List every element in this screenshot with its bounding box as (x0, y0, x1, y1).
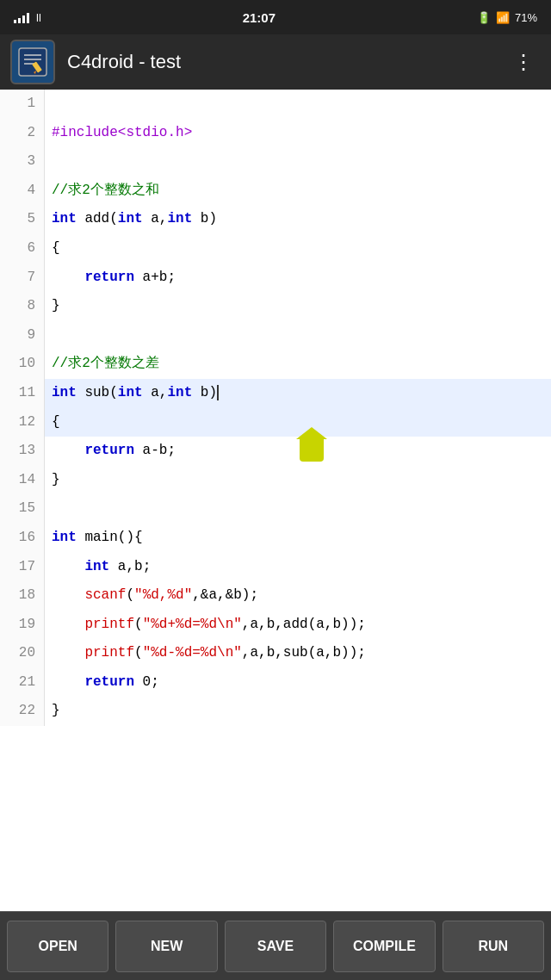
code-line-5: 5int add(int a,int b) (0, 205, 551, 234)
line-number: 20 (0, 639, 45, 668)
code-line-12: 12{ (0, 408, 551, 437)
line-code[interactable]: //求2个整数之和 (45, 177, 551, 206)
line-code[interactable] (45, 494, 551, 524)
status-right: 🔋 📶 71% (477, 11, 537, 24)
code-line-17: 17 int a,b; (0, 553, 551, 582)
line-number: 3 (0, 147, 45, 177)
line-number: 15 (0, 494, 45, 524)
line-number: 16 (0, 524, 45, 553)
code-lines: 1 2#include<stdio.h>3 4//求2个整数之和5int add… (0, 90, 551, 726)
line-code[interactable]: printf("%d+%d=%d\n",a,b,add(a,b)); (45, 611, 551, 640)
line-code[interactable]: int add(int a,int b) (45, 205, 551, 234)
line-code[interactable]: } (45, 466, 551, 495)
line-code[interactable]: //求2个整数之差 (45, 350, 551, 379)
line-number: 6 (0, 234, 45, 264)
bottom-btn-open[interactable]: OPEN (7, 921, 108, 972)
code-line-2: 2#include<stdio.h> (0, 119, 551, 148)
code-line-3: 3 (0, 147, 551, 177)
code-line-8: 8} (0, 292, 551, 321)
code-line-6: 6{ (0, 234, 551, 264)
code-line-10: 10//求2个整数之差 (0, 350, 551, 379)
line-code[interactable]: int sub(int a,int b) (45, 379, 551, 408)
bottom-btn-new[interactable]: NEW (115, 921, 217, 972)
line-number: 10 (0, 350, 45, 379)
line-code[interactable]: int main(){ (45, 524, 551, 553)
code-line-1: 1 (0, 90, 551, 119)
line-number: 17 (0, 553, 45, 582)
line-code[interactable] (45, 90, 551, 119)
code-line-22: 22} (0, 697, 551, 726)
line-number: 11 (0, 379, 45, 408)
line-number: 21 (0, 668, 45, 698)
code-editor[interactable]: 1 2#include<stdio.h>3 4//求2个整数之和5int add… (0, 90, 551, 911)
code-line-16: 16int main(){ (0, 524, 551, 553)
line-code[interactable]: printf("%d-%d=%d\n",a,b,sub(a,b)); (45, 639, 551, 668)
app-toolbar: C4droid - test ⋮ (0, 34, 551, 90)
line-number: 13 (0, 437, 45, 466)
line-number: 12 (0, 408, 45, 437)
status-time: 21:07 (243, 10, 276, 25)
code-line-21: 21 return 0; (0, 668, 551, 698)
svg-rect-0 (19, 48, 46, 76)
line-code[interactable]: { (45, 234, 551, 264)
menu-button[interactable]: ⋮ (506, 43, 541, 82)
code-line-14: 14} (0, 466, 551, 495)
code-line-18: 18 scanf("%d,%d",&a,&b); (0, 581, 551, 611)
line-number: 2 (0, 119, 45, 148)
wifi-icon: 📶 (496, 11, 510, 24)
code-line-4: 4//求2个整数之和 (0, 177, 551, 206)
battery-percent: 71% (515, 11, 537, 24)
code-line-9: 9 (0, 321, 551, 350)
app-title: C4droid - test (67, 51, 506, 73)
code-line-13: 13 return a-b; (0, 437, 551, 466)
line-code[interactable]: } (45, 697, 551, 726)
line-code[interactable]: scanf("%d,%d",&a,&b); (45, 581, 551, 611)
line-code[interactable] (45, 321, 551, 350)
line-code[interactable] (45, 147, 551, 177)
line-number: 9 (0, 321, 45, 350)
autocomplete-popup[interactable] (296, 427, 327, 462)
line-code[interactable]: int a,b; (45, 553, 551, 582)
line-number: 18 (0, 581, 45, 611)
line-code[interactable]: } (45, 292, 551, 321)
app-icon (10, 40, 55, 84)
line-number: 4 (0, 177, 45, 206)
line-code[interactable]: { (45, 408, 551, 437)
battery-icon: 🔋 (477, 11, 491, 24)
network-label: ll (36, 11, 41, 24)
line-number: 14 (0, 466, 45, 495)
status-bar: ll 21:07 🔋 📶 71% (0, 0, 551, 34)
line-code[interactable]: #include<stdio.h> (45, 119, 551, 148)
line-number: 22 (0, 697, 45, 726)
line-number: 19 (0, 611, 45, 640)
bottom-btn-compile[interactable]: COMPILE (333, 921, 435, 972)
line-number: 8 (0, 292, 45, 321)
status-left: ll (14, 11, 41, 24)
code-line-19: 19 printf("%d+%d=%d\n",a,b,add(a,b)); (0, 611, 551, 640)
line-number: 7 (0, 264, 45, 293)
line-code[interactable]: return 0; (45, 668, 551, 698)
line-number: 5 (0, 205, 45, 234)
text-cursor (217, 385, 219, 400)
bottom-toolbar: OPENNEWSAVECOMPILERUN (0, 911, 551, 980)
signal-icon (14, 11, 29, 23)
bottom-btn-save[interactable]: SAVE (225, 921, 326, 972)
line-code[interactable]: return a+b; (45, 264, 551, 293)
code-line-15: 15 (0, 494, 551, 524)
bottom-btn-run[interactable]: RUN (443, 921, 544, 972)
line-number: 1 (0, 90, 45, 119)
code-line-20: 20 printf("%d-%d=%d\n",a,b,sub(a,b)); (0, 639, 551, 668)
code-line-7: 7 return a+b; (0, 264, 551, 293)
code-line-11: 11int sub(int a,int b) (0, 379, 551, 408)
